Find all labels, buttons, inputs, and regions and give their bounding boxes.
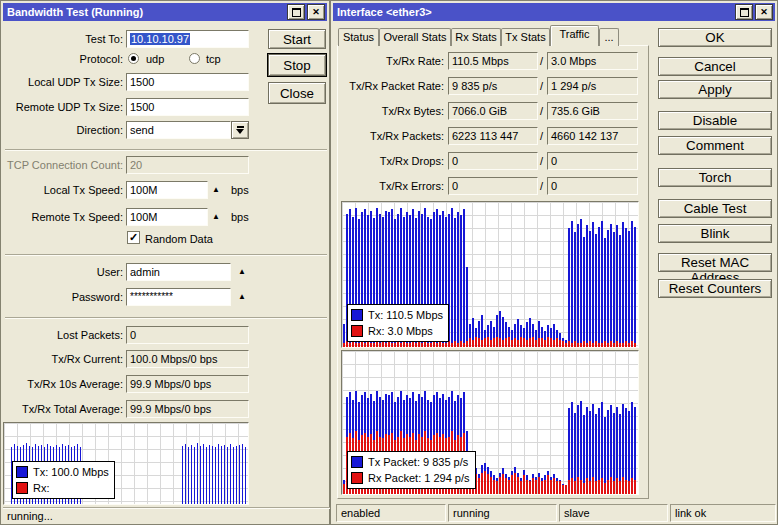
tcp-connection-count-label: TCP Connection Count:: [1, 156, 123, 174]
close-button[interactable]: ✕: [307, 4, 325, 20]
test-to-label: Test To:: [1, 30, 123, 48]
rx-packet-legend-text: Rx Packet: 1 294 p/s: [368, 472, 470, 484]
remote-tx-speed-unit: bps: [231, 208, 249, 226]
udp-radio[interactable]: [128, 53, 139, 64]
txrx-current-value: 100.0 Mbps/0 bps: [126, 350, 249, 368]
up-arrow-icon[interactable]: ▲: [238, 263, 246, 281]
up-arrow-icon[interactable]: ▲: [212, 208, 220, 226]
dropdown-icon: [237, 126, 244, 128]
up-arrow-icon[interactable]: ▲: [212, 181, 220, 199]
selected-text: 10.10.10.97: [130, 33, 190, 45]
bandwidth-test-titlebar[interactable]: Bandwidth Test (Running) ✕: [3, 3, 327, 21]
random-data-checkbox[interactable]: ✓: [127, 231, 140, 244]
tcp-radio-label: tcp: [206, 52, 221, 66]
remote-tx-speed-label: Remote Tx Speed:: [1, 208, 123, 226]
txrx-10s-average-value: 99.9 Mbps/0 bps: [126, 375, 249, 393]
txrx-total-average-value: 99.9 Mbps/0 bps: [126, 400, 249, 418]
cable-test-button[interactable]: Cable Test: [658, 199, 772, 218]
txrx-total-average-row: Tx/Rx Total Average: 99.9 Mbps/0 bps: [1, 400, 331, 418]
bandwidth-test-graph: Tx: 100.0 Mbps Rx:: [3, 422, 249, 505]
test-to-input[interactable]: 10.10.10.97: [126, 30, 249, 48]
status-running: running: [448, 504, 557, 522]
stop-button[interactable]: Stop: [268, 54, 326, 76]
random-data-row: ✓ Random Data: [1, 231, 331, 245]
tcp-radio[interactable]: [189, 53, 200, 64]
close-icon: ✕: [760, 3, 768, 21]
user-row: User: admin ▲: [1, 263, 331, 281]
remote-tx-speed-input[interactable]: 100M: [126, 208, 208, 226]
tx-packet-legend-swatch: [351, 456, 363, 468]
tab-overall-stats[interactable]: Overall Stats: [379, 28, 451, 46]
blink-button[interactable]: Blink: [658, 224, 772, 243]
maximize-button[interactable]: [735, 4, 753, 20]
txrx-10s-average-row: Tx/Rx 10s Average: 99.9 Mbps/0 bps: [1, 375, 331, 393]
udp-radio-label: udp: [146, 52, 164, 66]
close-window-button[interactable]: Close: [268, 82, 326, 104]
interface-ether3-window: Interface <ether3> ✕ Status Overall Stat…: [330, 0, 778, 525]
lost-packets-label: Lost Packets:: [1, 326, 123, 344]
txrx-current-label: Tx/Rx Current:: [1, 350, 123, 368]
direction-dropdown-button[interactable]: [231, 121, 249, 139]
rx-packet-legend-swatch: [351, 472, 363, 484]
password-row: Password: *********** ▲: [1, 288, 331, 306]
user-input[interactable]: admin: [126, 263, 231, 281]
reset-counters-button[interactable]: Reset Counters: [658, 279, 772, 298]
tab-traffic[interactable]: Traffic: [550, 25, 599, 46]
tx-legend-text: Tx: 110.5 Mbps: [368, 309, 443, 321]
ok-button[interactable]: OK: [658, 28, 772, 47]
random-data-label: Random Data: [145, 232, 213, 246]
separator: [5, 149, 327, 151]
start-button[interactable]: Start: [268, 29, 326, 49]
bandwidth-test-statusbar: running...: [3, 507, 333, 525]
up-arrow-icon[interactable]: ▲: [238, 288, 246, 306]
password-input[interactable]: ***********: [126, 288, 231, 306]
graph-legend: Tx: 110.5 Mbps Rx: 3.0 Mbps: [347, 304, 449, 342]
tx-legend-swatch: [351, 309, 363, 321]
password-label: Password:: [1, 288, 123, 306]
direction-select[interactable]: send: [126, 121, 231, 139]
txrx-total-average-label: Tx/Rx Total Average:: [1, 400, 123, 418]
disable-button[interactable]: Disable: [658, 111, 772, 130]
local-tx-speed-unit: bps: [231, 181, 249, 199]
status-slave: slave: [559, 504, 668, 522]
maximize-button[interactable]: [287, 4, 305, 20]
local-udp-size-label: Local UDP Tx Size:: [1, 73, 123, 91]
bandwidth-test-window: Bandwidth Test (Running) ✕ Test To: 10.1…: [0, 0, 330, 525]
local-udp-size-input[interactable]: 1500: [126, 73, 249, 91]
interface-titlebar[interactable]: Interface <ether3> ✕: [333, 3, 775, 21]
torch-button[interactable]: Torch: [658, 168, 772, 187]
graph-legend: Tx: 100.0 Mbps Rx:: [12, 461, 115, 499]
rx-legend-swatch: [351, 325, 363, 337]
close-button[interactable]: ✕: [755, 4, 773, 20]
cancel-button[interactable]: Cancel: [658, 57, 772, 76]
direction-row: Direction: send: [1, 121, 331, 139]
separator: [5, 317, 327, 319]
tcp-connection-count-row: TCP Connection Count: 20: [1, 156, 331, 174]
local-tx-speed-input[interactable]: 100M: [126, 181, 208, 199]
tx-legend-swatch: [16, 466, 28, 478]
graph-legend: Tx Packet: 9 835 p/s Rx Packet: 1 294 p/…: [347, 451, 476, 489]
comment-button[interactable]: Comment: [658, 136, 772, 155]
tab-rx-stats[interactable]: Rx Stats: [451, 28, 501, 46]
remote-tx-speed-row: Remote Tx Speed: 100M ▲ bps: [1, 208, 331, 226]
remote-udp-size-input[interactable]: 1500: [126, 98, 249, 116]
lost-packets-row: Lost Packets: 0: [1, 326, 331, 344]
tab-status[interactable]: Status: [338, 28, 379, 46]
reset-mac-address-button[interactable]: Reset MAC Address: [658, 253, 772, 272]
tx-packet-legend-text: Tx Packet: 9 835 p/s: [368, 456, 468, 468]
tab-more[interactable]: ...: [599, 28, 619, 46]
window-title: Interface <ether3>: [337, 3, 735, 21]
apply-button[interactable]: Apply: [658, 80, 772, 99]
tx-legend-text: Tx: 100.0 Mbps: [33, 466, 109, 478]
tab-tx-stats[interactable]: Tx Stats: [501, 28, 550, 46]
lost-packets-value: 0: [126, 326, 249, 344]
check-icon: ✓: [129, 231, 138, 243]
txrx-current-row: Tx/Rx Current: 100.0 Mbps/0 bps: [1, 350, 331, 368]
direction-label: Direction:: [1, 121, 123, 139]
local-tx-speed-row: Local Tx Speed: 100M ▲ bps: [1, 181, 331, 199]
txrx-10s-average-label: Tx/Rx 10s Average:: [1, 375, 123, 393]
rx-legend-text: Rx:: [33, 482, 50, 494]
user-label: User:: [1, 263, 123, 281]
status-enabled: enabled: [336, 504, 446, 522]
close-icon: ✕: [312, 3, 320, 21]
